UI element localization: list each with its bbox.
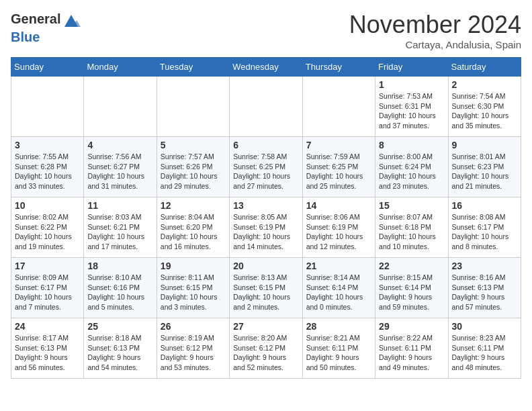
calendar-week-row: 1Sunrise: 7:53 AM Sunset: 6:31 PM Daylig… — [11, 77, 521, 137]
calendar-table: SundayMondayTuesdayWednesdayThursdayFrid… — [11, 57, 521, 379]
calendar-day-cell: 1Sunrise: 7:53 AM Sunset: 6:31 PM Daylig… — [375, 77, 448, 137]
calendar-day-cell: 21Sunrise: 8:14 AM Sunset: 6:14 PM Dayli… — [302, 258, 375, 318]
calendar-day-cell: 22Sunrise: 8:15 AM Sunset: 6:14 PM Dayli… — [375, 258, 448, 318]
calendar-day-cell: 16Sunrise: 8:08 AM Sunset: 6:17 PM Dayli… — [448, 197, 521, 258]
day-number: 3 — [15, 140, 80, 150]
day-info: Sunrise: 8:03 AM Sunset: 6:21 PM Dayligh… — [87, 212, 152, 252]
day-info: Sunrise: 8:14 AM Sunset: 6:14 PM Dayligh… — [306, 273, 371, 312]
day-number: 17 — [15, 261, 80, 271]
day-number: 16 — [452, 200, 517, 211]
day-info: Sunrise: 8:18 AM Sunset: 6:13 PM Dayligh… — [87, 333, 152, 373]
calendar-day-cell: 4Sunrise: 7:56 AM Sunset: 6:27 PM Daylig… — [84, 137, 157, 197]
day-info: Sunrise: 8:17 AM Sunset: 6:13 PM Dayligh… — [15, 333, 80, 373]
calendar-day-cell: 28Sunrise: 8:21 AM Sunset: 6:11 PM Dayli… — [302, 318, 375, 379]
calendar-day-cell: 6Sunrise: 7:58 AM Sunset: 6:25 PM Daylig… — [230, 137, 302, 197]
calendar-day-cell: 3Sunrise: 7:55 AM Sunset: 6:28 PM Daylig… — [11, 137, 84, 197]
day-number: 1 — [379, 79, 444, 90]
calendar-day-cell: 27Sunrise: 8:20 AM Sunset: 6:12 PM Dayli… — [230, 318, 302, 379]
calendar-day-cell: 15Sunrise: 8:07 AM Sunset: 6:18 PM Dayli… — [375, 197, 448, 258]
day-info: Sunrise: 8:16 AM Sunset: 6:13 PM Dayligh… — [452, 273, 517, 312]
day-info: Sunrise: 8:06 AM Sunset: 6:19 PM Dayligh… — [306, 212, 371, 252]
calendar-day-cell — [11, 77, 84, 137]
day-number: 8 — [379, 140, 444, 150]
day-info: Sunrise: 7:53 AM Sunset: 6:31 PM Dayligh… — [379, 91, 444, 131]
day-number: 11 — [87, 200, 152, 211]
calendar-day-cell: 25Sunrise: 8:18 AM Sunset: 6:13 PM Dayli… — [84, 318, 157, 379]
day-number: 30 — [452, 321, 517, 332]
calendar-day-cell — [302, 77, 375, 137]
day-info: Sunrise: 8:19 AM Sunset: 6:12 PM Dayligh… — [161, 333, 226, 373]
calendar-body: 1Sunrise: 7:53 AM Sunset: 6:31 PM Daylig… — [11, 77, 521, 379]
day-number: 12 — [161, 200, 226, 211]
day-number: 27 — [233, 321, 298, 332]
day-info: Sunrise: 7:57 AM Sunset: 6:26 PM Dayligh… — [161, 152, 226, 191]
title-block: November 2024 Cartaya, Andalusia, Spain — [349, 11, 521, 50]
calendar-week-row: 24Sunrise: 8:17 AM Sunset: 6:13 PM Dayli… — [11, 318, 521, 379]
calendar-day-cell: 17Sunrise: 8:09 AM Sunset: 6:17 PM Dayli… — [11, 258, 84, 318]
day-info: Sunrise: 8:22 AM Sunset: 6:11 PM Dayligh… — [379, 333, 444, 373]
day-number: 10 — [15, 200, 80, 211]
day-info: Sunrise: 8:13 AM Sunset: 6:15 PM Dayligh… — [233, 273, 298, 312]
calendar-day-cell: 18Sunrise: 8:10 AM Sunset: 6:16 PM Dayli… — [84, 258, 157, 318]
weekday-header-row: SundayMondayTuesdayWednesdayThursdayFrid… — [11, 58, 521, 77]
calendar-day-cell — [157, 77, 229, 137]
calendar-week-row: 10Sunrise: 8:02 AM Sunset: 6:22 PM Dayli… — [11, 197, 521, 258]
logo: General Blue — [11, 11, 81, 44]
day-number: 29 — [379, 321, 444, 332]
calendar-day-cell: 2Sunrise: 7:54 AM Sunset: 6:30 PM Daylig… — [448, 77, 521, 137]
calendar-week-row: 17Sunrise: 8:09 AM Sunset: 6:17 PM Dayli… — [11, 258, 521, 318]
day-number: 7 — [306, 140, 371, 150]
calendar-week-row: 3Sunrise: 7:55 AM Sunset: 6:28 PM Daylig… — [11, 137, 521, 197]
day-number: 9 — [452, 140, 517, 150]
day-number: 15 — [379, 200, 444, 211]
day-info: Sunrise: 8:11 AM Sunset: 6:15 PM Dayligh… — [161, 273, 226, 312]
day-number: 21 — [306, 261, 371, 271]
day-number: 23 — [452, 261, 517, 271]
logo-icon — [62, 11, 81, 30]
logo-text: General Blue — [11, 11, 81, 44]
calendar-day-cell: 20Sunrise: 8:13 AM Sunset: 6:15 PM Dayli… — [230, 258, 302, 318]
calendar-day-cell: 9Sunrise: 8:01 AM Sunset: 6:23 PM Daylig… — [448, 137, 521, 197]
day-number: 22 — [379, 261, 444, 271]
weekday-header-cell: Wednesday — [230, 58, 302, 77]
day-info: Sunrise: 8:05 AM Sunset: 6:19 PM Dayligh… — [233, 212, 298, 252]
calendar-day-cell: 23Sunrise: 8:16 AM Sunset: 6:13 PM Dayli… — [448, 258, 521, 318]
calendar-day-cell: 14Sunrise: 8:06 AM Sunset: 6:19 PM Dayli… — [302, 197, 375, 258]
day-number: 26 — [161, 321, 226, 332]
calendar-day-cell: 7Sunrise: 7:59 AM Sunset: 6:25 PM Daylig… — [302, 137, 375, 197]
day-info: Sunrise: 8:01 AM Sunset: 6:23 PM Dayligh… — [452, 152, 517, 191]
weekday-header-cell: Monday — [84, 58, 157, 77]
calendar-day-cell: 19Sunrise: 8:11 AM Sunset: 6:15 PM Dayli… — [157, 258, 229, 318]
calendar-day-cell: 24Sunrise: 8:17 AM Sunset: 6:13 PM Dayli… — [11, 318, 84, 379]
calendar-day-cell — [230, 77, 302, 137]
day-info: Sunrise: 7:54 AM Sunset: 6:30 PM Dayligh… — [452, 91, 517, 131]
day-info: Sunrise: 8:07 AM Sunset: 6:18 PM Dayligh… — [379, 212, 444, 252]
day-number: 19 — [161, 261, 226, 271]
day-info: Sunrise: 8:02 AM Sunset: 6:22 PM Dayligh… — [15, 212, 80, 252]
calendar-day-cell: 10Sunrise: 8:02 AM Sunset: 6:22 PM Dayli… — [11, 197, 84, 258]
calendar-day-cell: 30Sunrise: 8:23 AM Sunset: 6:11 PM Dayli… — [448, 318, 521, 379]
location-subtitle: Cartaya, Andalusia, Spain — [349, 39, 521, 50]
calendar-day-cell: 26Sunrise: 8:19 AM Sunset: 6:12 PM Dayli… — [157, 318, 229, 379]
day-info: Sunrise: 8:00 AM Sunset: 6:24 PM Dayligh… — [379, 152, 444, 191]
weekday-header-cell: Sunday — [11, 58, 84, 77]
calendar-day-cell: 12Sunrise: 8:04 AM Sunset: 6:20 PM Dayli… — [157, 197, 229, 258]
day-info: Sunrise: 7:59 AM Sunset: 6:25 PM Dayligh… — [306, 152, 371, 191]
calendar-day-cell: 5Sunrise: 7:57 AM Sunset: 6:26 PM Daylig… — [157, 137, 229, 197]
day-number: 24 — [15, 321, 80, 332]
day-number: 2 — [452, 79, 517, 90]
day-number: 28 — [306, 321, 371, 332]
day-number: 25 — [87, 321, 152, 332]
calendar-day-cell: 29Sunrise: 8:22 AM Sunset: 6:11 PM Dayli… — [375, 318, 448, 379]
day-info: Sunrise: 8:08 AM Sunset: 6:17 PM Dayligh… — [452, 212, 517, 252]
day-info: Sunrise: 8:09 AM Sunset: 6:17 PM Dayligh… — [15, 273, 80, 312]
day-number: 18 — [87, 261, 152, 271]
day-info: Sunrise: 8:20 AM Sunset: 6:12 PM Dayligh… — [233, 333, 298, 373]
day-number: 20 — [233, 261, 298, 271]
day-number: 6 — [233, 140, 298, 150]
weekday-header-cell: Saturday — [448, 58, 521, 77]
day-number: 14 — [306, 200, 371, 211]
calendar-day-cell: 11Sunrise: 8:03 AM Sunset: 6:21 PM Dayli… — [84, 197, 157, 258]
day-number: 5 — [161, 140, 226, 150]
page-header: General Blue November 2024 Cartaya, Anda… — [11, 11, 521, 50]
